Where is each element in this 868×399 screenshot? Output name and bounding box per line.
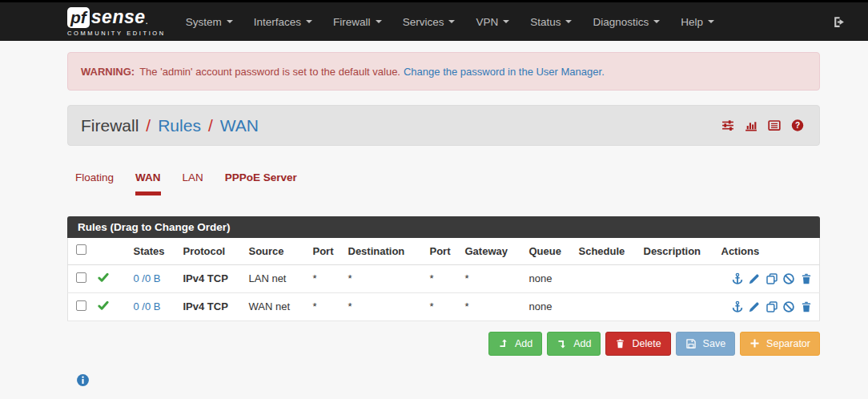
rule-enabled-check-icon[interactable] xyxy=(97,272,110,284)
password-warning-banner: WARNING: The 'admin' account password is… xyxy=(67,52,820,91)
copy-icon[interactable] xyxy=(766,272,778,285)
ban-icon[interactable] xyxy=(782,300,795,313)
cell-description xyxy=(639,292,717,320)
row-checkbox[interactable] xyxy=(76,272,86,283)
pencil-icon[interactable] xyxy=(748,300,761,313)
sliders-icon[interactable] xyxy=(721,119,735,132)
col-status xyxy=(92,238,129,264)
breadcrumb-separator: / xyxy=(208,116,213,135)
chevron-down-icon xyxy=(448,20,455,23)
change-password-link[interactable]: Change the password in the User Manager. xyxy=(404,66,605,78)
anchor-icon[interactable] xyxy=(731,272,744,285)
info-icon[interactable] xyxy=(76,373,90,387)
cell-protocol: IPv4 TCP xyxy=(179,264,244,292)
add-rule-bottom-button[interactable]: Add xyxy=(547,332,601,356)
col-actions: Actions xyxy=(717,238,820,264)
menu-label: Help xyxy=(681,16,703,28)
pfsense-window: pf sense . COMMUNITY EDITION System Inte… xyxy=(0,0,868,399)
menu-firewall[interactable]: Firewall xyxy=(323,8,392,36)
rule-row-wan[interactable]: 0 /0 B IPv4 TCP WAN net * * * * none xyxy=(68,292,820,320)
rules-panel-title: Rules (Drag to Change Order) xyxy=(67,216,820,238)
chevron-down-icon xyxy=(503,20,509,23)
cell-protocol: IPv4 TCP xyxy=(179,292,244,320)
list-icon[interactable] xyxy=(767,119,782,132)
menu-interfaces[interactable]: Interfaces xyxy=(243,8,323,36)
chevron-down-icon xyxy=(227,20,233,23)
cell-source: WAN net xyxy=(244,292,308,320)
main-menu: System Interfaces Firewall Services VPN … xyxy=(175,8,725,36)
top-navbar: pf sense . COMMUNITY EDITION System Inte… xyxy=(0,0,868,41)
delete-rules-button[interactable]: Delete xyxy=(605,332,670,356)
chevron-down-icon xyxy=(708,20,714,23)
tab-pppoe-server[interactable]: PPPoE Server xyxy=(225,171,297,195)
cell-schedule xyxy=(574,292,639,320)
trash-icon xyxy=(615,338,625,349)
menu-vpn[interactable]: VPN xyxy=(465,8,520,36)
menu-label: Firewall xyxy=(333,16,371,28)
breadcrumb: Firewall / Rules / WAN xyxy=(81,116,259,135)
button-label: Separator xyxy=(766,338,810,349)
header-shortcut-icons: ? xyxy=(721,119,805,132)
copy-icon[interactable] xyxy=(766,300,778,313)
plus-icon xyxy=(749,338,760,349)
col-schedule: Schedule xyxy=(574,238,639,264)
menu-label: Services xyxy=(403,16,444,28)
menu-label: Interfaces xyxy=(254,16,301,28)
cell-dest-port: * xyxy=(425,292,460,320)
cell-queue: none xyxy=(524,264,574,292)
trash-icon[interactable] xyxy=(800,272,813,285)
menu-diagnostics[interactable]: Diagnostics xyxy=(582,8,670,36)
save-button[interactable]: Save xyxy=(676,332,736,356)
cell-queue: none xyxy=(524,292,574,320)
ban-icon[interactable] xyxy=(782,272,795,285)
anchor-icon[interactable] xyxy=(731,300,744,313)
select-all-checkbox[interactable] xyxy=(76,244,86,255)
menu-label: Diagnostics xyxy=(593,16,649,28)
breadcrumb-firewall: Firewall xyxy=(81,116,139,135)
rule-enabled-check-icon[interactable] xyxy=(97,300,110,312)
add-separator-button[interactable]: Separator xyxy=(740,332,820,356)
breadcrumb-rules-link[interactable]: Rules xyxy=(158,116,201,135)
cell-gateway: * xyxy=(460,292,524,320)
row-checkbox[interactable] xyxy=(76,300,86,311)
pfsense-logo[interactable]: pf sense . COMMUNITY EDITION xyxy=(67,6,166,37)
add-rule-top-button[interactable]: Add xyxy=(488,332,542,356)
page-header: Firewall / Rules / WAN xyxy=(67,105,820,146)
rule-row-lan[interactable]: 0 /0 B IPv4 TCP LAN net * * * * none xyxy=(68,264,820,292)
col-dest-port: Port xyxy=(425,238,460,264)
chevron-down-icon xyxy=(653,20,660,23)
col-protocol: Protocol xyxy=(179,238,244,264)
trash-icon[interactable] xyxy=(800,300,813,313)
menu-system[interactable]: System xyxy=(175,8,243,36)
cell-destination: * xyxy=(344,292,425,320)
col-description: Description xyxy=(639,238,717,264)
states-link[interactable]: 0 /0 B xyxy=(134,272,161,284)
col-source: Source xyxy=(244,238,308,264)
rules-panel: Rules (Drag to Change Order) States Prot… xyxy=(67,216,820,321)
menu-help[interactable]: Help xyxy=(670,8,725,36)
warning-text: The 'admin' account password is set to t… xyxy=(139,66,400,78)
menu-services[interactable]: Services xyxy=(392,8,466,36)
cell-gateway: * xyxy=(460,264,524,292)
cell-source: LAN net xyxy=(244,264,308,292)
bar-chart-icon[interactable] xyxy=(744,119,758,132)
cell-schedule xyxy=(574,264,639,292)
tab-lan[interactable]: LAN xyxy=(183,171,203,195)
help-icon[interactable]: ? xyxy=(790,119,805,132)
pencil-icon[interactable] xyxy=(748,272,761,285)
menu-status[interactable]: Status xyxy=(520,8,582,36)
chevron-down-icon xyxy=(376,20,382,23)
col-destination: Destination xyxy=(344,238,425,264)
tab-floating[interactable]: Floating xyxy=(75,171,114,195)
states-link[interactable]: 0 /0 B xyxy=(134,300,161,312)
svg-text:?: ? xyxy=(795,121,800,130)
tab-wan[interactable]: WAN xyxy=(135,171,161,195)
col-queue: Queue xyxy=(524,238,574,264)
menu-label: System xyxy=(186,16,222,28)
breadcrumb-separator: / xyxy=(146,116,151,135)
sign-out-icon[interactable] xyxy=(832,15,846,29)
chevron-down-icon xyxy=(565,20,572,23)
rules-table: States Protocol Source Port Destination … xyxy=(67,238,820,321)
breadcrumb-wan-link[interactable]: WAN xyxy=(220,116,259,135)
logo-edition: COMMUNITY EDITION xyxy=(67,30,166,37)
